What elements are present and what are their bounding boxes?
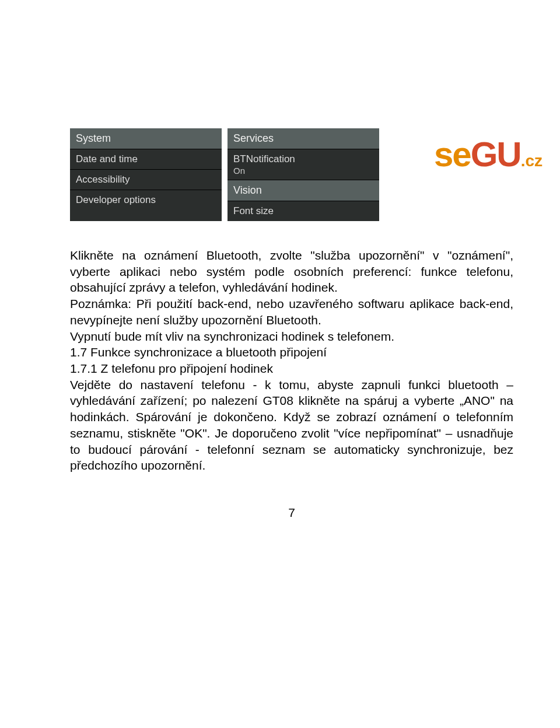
paragraph: 1.7 Funkce synchronizace a bluetooth při… bbox=[70, 344, 513, 360]
settings-panel-services: Services BTNotification On Vision Font s… bbox=[228, 128, 379, 221]
paragraph: Vejděte do nastavení telefonu - k tomu, … bbox=[70, 377, 513, 474]
setting-value: On bbox=[233, 166, 373, 176]
setting-row-btnotification[interactable]: BTNotification On bbox=[228, 149, 379, 180]
setting-label: Developer options bbox=[76, 194, 216, 206]
setting-row-date-time[interactable]: Date and time bbox=[70, 149, 222, 170]
logo-suffix: .cz bbox=[521, 152, 542, 170]
setting-label: BTNotification bbox=[233, 153, 373, 165]
logo-part-se: se bbox=[434, 135, 471, 174]
panel-header-system: System bbox=[70, 128, 222, 149]
paragraph: Poznámka: Při použití back-end, nebo uza… bbox=[70, 296, 513, 328]
paragraph: Klikněte na oznámení Bluetooth, zvolte "… bbox=[70, 247, 513, 296]
paragraph: 1.7.1 Z telefonu pro připojení hodinek bbox=[70, 360, 513, 377]
setting-row-font-size[interactable]: Font size bbox=[228, 201, 379, 221]
document-body: Klikněte na oznámení Bluetooth, zvolte "… bbox=[70, 247, 513, 474]
setting-row-accessibility[interactable]: Accessibility bbox=[70, 170, 222, 190]
page: seGU.cz System Date and time Accessibili… bbox=[0, 128, 560, 728]
page-number: 7 bbox=[70, 506, 513, 520]
setting-label: Date and time bbox=[76, 153, 216, 165]
panel-header-services: Services bbox=[228, 128, 379, 149]
setting-label: Accessibility bbox=[76, 174, 216, 186]
panel-header-vision: Vision bbox=[228, 180, 379, 201]
setting-row-developer[interactable]: Developer options bbox=[70, 190, 222, 210]
settings-panel-system: System Date and time Accessibility Devel… bbox=[70, 128, 222, 221]
logo-part-gu: GU bbox=[471, 135, 521, 174]
brand-logo: seGU.cz bbox=[434, 134, 542, 174]
paragraph: Vypnutí bude mít vliv na synchronizaci h… bbox=[70, 328, 513, 345]
setting-label: Font size bbox=[233, 205, 373, 217]
